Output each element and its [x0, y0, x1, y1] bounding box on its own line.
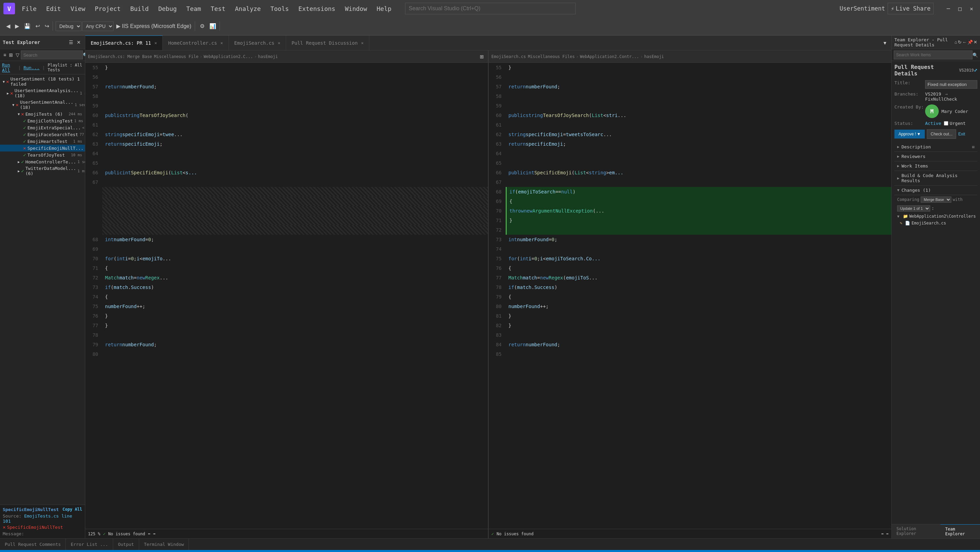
list-item[interactable]: ▶ ✓ HomeControllerTe... 1 sec: [0, 158, 85, 165]
menu-debug[interactable]: Debug: [154, 4, 181, 14]
toolbar-redo-button[interactable]: ↪: [43, 21, 51, 31]
breadcrumb-file[interactable]: Miscellaneous Files: [528, 54, 574, 59]
menu-file[interactable]: File: [18, 4, 41, 14]
list-item[interactable]: ✓ EmojiFaceSearchTest 77 ms: [0, 131, 85, 138]
breadcrumb-member[interactable]: hasEmoji: [258, 54, 278, 59]
test-suite-summary[interactable]: ▼ ✕ UserSentiment (18 tests) 1 failed: [0, 76, 85, 87]
team-explorer-refresh-button[interactable]: ↻: [958, 40, 962, 45]
list-item[interactable]: ▼ ✕ EmojiTests (6) 244 ms: [0, 110, 85, 117]
nav-right-icon[interactable]: ➡: [153, 531, 156, 536]
live-share-button[interactable]: ⚡ Live Share: [888, 3, 934, 14]
list-item[interactable]: ▼ ✕ UserSentimentAnal... (18) 1 sec: [0, 99, 85, 110]
team-explorer-close-button[interactable]: ✕: [974, 40, 977, 45]
nav-next-icon[interactable]: ➡: [886, 531, 889, 536]
minimize-button[interactable]: ─: [943, 5, 953, 12]
list-item[interactable]: ✓ TearsOfJoyTest 10 ms: [0, 152, 85, 158]
team-explorer-back-button[interactable]: ←: [962, 40, 967, 45]
title-bar-search[interactable]: [405, 3, 576, 14]
toolbar-save-button[interactable]: 💾: [22, 21, 33, 31]
list-item[interactable]: ✕ SpecificEmojiNullT... 153 ms: [0, 145, 85, 152]
test-search-input[interactable]: [21, 51, 83, 59]
editor-right-content[interactable]: 55 56 57 58 59 60 61 62 63 64 65 66 67 6…: [488, 63, 891, 529]
tab-close-icon[interactable]: ✕: [361, 41, 363, 45]
folder-item[interactable]: ▼ 📁 WebApplication2\Controllers: [894, 213, 977, 220]
list-item[interactable]: ▶ ✕ UserSentimentAnalysis... (18) 1 sec: [0, 87, 85, 99]
tab-homecontroller[interactable]: HomeController.cs ✕: [163, 35, 229, 50]
menu-analyze[interactable]: Analyze: [231, 4, 265, 14]
tab-close-icon[interactable]: ✕: [221, 41, 223, 45]
copy-all-button[interactable]: Copy All: [62, 507, 82, 512]
pull-request-comments-tab[interactable]: Pull Request Comments: [0, 539, 66, 550]
menu-test[interactable]: Test: [207, 4, 229, 14]
terminal-window-tab[interactable]: Terminal Window: [139, 539, 189, 550]
approve-button[interactable]: Approve ! ▼: [894, 130, 925, 139]
run-button[interactable]: ▶ IIS Express (Microsoft Edge): [114, 21, 193, 31]
menu-help[interactable]: Help: [372, 4, 395, 14]
editor-left-expand-button[interactable]: ⊞: [479, 53, 485, 60]
output-tab[interactable]: Output: [113, 539, 139, 550]
section-changes[interactable]: ▼ Changes (1): [894, 186, 977, 195]
tab-close-icon[interactable]: ✕: [154, 41, 157, 45]
test-explorer-menu-button[interactable]: ☰: [67, 39, 75, 46]
code-content-right[interactable]: } return numberFound; public string Tear…: [506, 63, 891, 529]
cpu-select[interactable]: Any CPU: [82, 21, 113, 31]
toolbar-back-button[interactable]: ◀: [4, 21, 12, 31]
close-button[interactable]: ✕: [966, 5, 977, 12]
nav-left-icon[interactable]: ⬅: [148, 531, 150, 536]
checkout-button[interactable]: Check out...: [927, 129, 956, 139]
test-group-button[interactable]: ⊞: [8, 51, 14, 58]
test-filter-button[interactable]: ▽: [14, 51, 21, 58]
update-select[interactable]: Update 1 of 1: [897, 205, 930, 212]
breadcrumb-project[interactable]: WebApplication2.Contr...: [580, 54, 639, 59]
team-explorer-pin-button[interactable]: 📌: [967, 40, 973, 45]
toolbar-perf-button[interactable]: 📊: [207, 21, 218, 31]
maximize-button[interactable]: □: [955, 5, 965, 12]
urgent-checkbox[interactable]: [944, 121, 948, 126]
list-item[interactable]: ✓ EmojiClothingTest 1 ms: [0, 117, 85, 124]
tab-pull-request[interactable]: Pull Request Discussion ✕: [286, 35, 369, 50]
menu-view[interactable]: View: [67, 4, 89, 14]
section-reviewers[interactable]: ▶ Reviewers: [894, 152, 977, 161]
run-all-link[interactable]: Run All: [2, 62, 15, 73]
menu-window[interactable]: Window: [340, 4, 371, 14]
tab-emojisearch[interactable]: EmojiSearch.cs ✕: [229, 35, 286, 50]
menu-extensions[interactable]: Extensions: [294, 4, 339, 14]
toolbar-forward-button[interactable]: ▶: [13, 21, 21, 31]
editor-left-content[interactable]: 55 56 57 58 59 60 61 62 63 64 65 66 67: [85, 63, 488, 529]
section-work-items[interactable]: ▶ Work Items: [894, 161, 977, 171]
section-build-code[interactable]: ▶ Build & Code Analysis Results: [894, 171, 977, 186]
menu-edit[interactable]: Edit: [42, 4, 65, 14]
toolbar-profiler-button[interactable]: ⚙: [198, 21, 207, 31]
nav-prev-icon[interactable]: ⬅: [881, 531, 883, 536]
code-content-left[interactable]: } return numberFound; public string Tear…: [102, 63, 488, 529]
breadcrumb-member[interactable]: hasEmoji: [644, 54, 664, 59]
menu-project[interactable]: Project: [91, 4, 125, 14]
file-item[interactable]: ✎ 📄 EmojiSearch.cs: [894, 220, 977, 227]
work-items-search-input[interactable]: [894, 51, 972, 59]
list-item[interactable]: ▶ ✓ TwitterDataModel... (6) 1 ms: [0, 165, 85, 177]
run-link[interactable]: Run...: [24, 65, 40, 70]
exit-button[interactable]: Exit: [958, 132, 965, 136]
breadcrumb-file[interactable]: Miscellaneous File: [154, 54, 199, 59]
test-explorer-close-button[interactable]: ✕: [75, 39, 82, 46]
error-list-tab[interactable]: Error List ...: [66, 539, 113, 550]
pr-title-input[interactable]: [925, 80, 977, 89]
solution-explorer-tab[interactable]: Solution Explorer: [892, 524, 940, 538]
merge-base-select[interactable]: Merge Base: [921, 196, 951, 203]
breadcrumb-project[interactable]: WebApplication2.C...: [204, 54, 253, 59]
editor-tab-overflow-button[interactable]: ▼: [881, 40, 889, 46]
pr-urgent-checkbox[interactable]: Urgent: [944, 121, 966, 126]
tab-emojisearch-pr[interactable]: EmojiSearch.cs: PR 11 ✕: [85, 35, 163, 50]
list-item[interactable]: ✓ EmojiHeartsTest 1 ms: [0, 138, 85, 145]
team-explorer-tab[interactable]: Team Explorer: [940, 524, 980, 538]
toolbar-undo-button[interactable]: ↩: [33, 21, 42, 31]
menu-team[interactable]: Team: [182, 4, 205, 14]
list-item[interactable]: ✓ EmojiExtraSpecial... < 1 ms: [0, 124, 85, 131]
section-expand-icon[interactable]: ⊞: [972, 145, 975, 150]
debug-config-select[interactable]: Debug: [56, 21, 81, 31]
test-list-view-button[interactable]: ≡: [2, 51, 8, 58]
search-work-items-button[interactable]: 🔍: [972, 53, 978, 57]
menu-tools[interactable]: Tools: [266, 4, 293, 14]
section-description[interactable]: ▶ Description ⊞: [894, 142, 977, 152]
team-explorer-home-button[interactable]: ⌂: [955, 40, 957, 45]
